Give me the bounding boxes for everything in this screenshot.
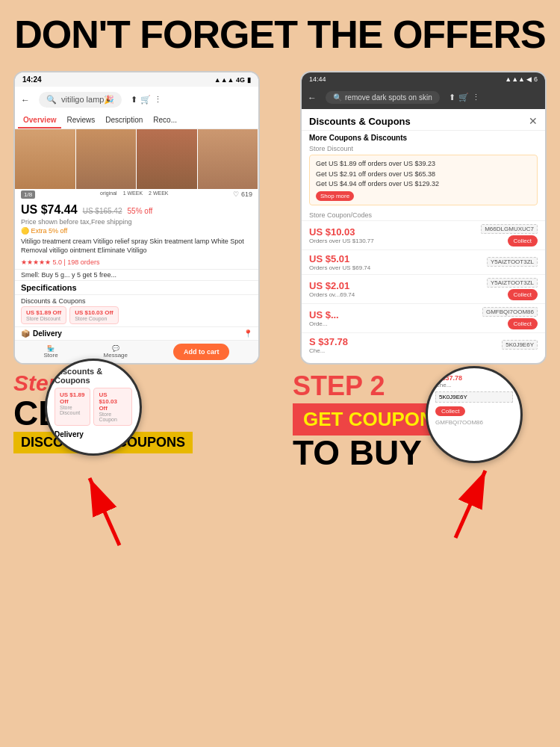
coupon-right-1: M66DLGMUXUC7 Collect bbox=[481, 224, 538, 247]
svg-line-3 bbox=[455, 471, 485, 538]
store-disc-label: Store Discount bbox=[309, 145, 538, 152]
bottom-bar: 🏪 Store 💬 Message Add to cart bbox=[15, 340, 258, 363]
coupon-left-2: US $5.01 Orders over US $69.74 bbox=[309, 253, 370, 271]
panel-header: Discounts & Coupons ✕ bbox=[302, 109, 545, 131]
discount-label: 55% off bbox=[128, 207, 153, 215]
coupon-code-2: Y5AIZTOOT3ZL bbox=[487, 257, 538, 267]
nav-bar: Overview Reviews Description Reco... bbox=[15, 113, 258, 129]
heart-count[interactable]: ♡ 619 bbox=[233, 190, 252, 199]
label-2week: 2 WEEK bbox=[149, 190, 168, 199]
back-icon-right[interactable]: ← bbox=[308, 93, 317, 103]
coupon-amount-1: US $10.03 bbox=[309, 226, 374, 238]
img-overlay: 1/8 original 1 WEEK 2 WEEK ♡ 619 bbox=[15, 189, 258, 200]
circle-collect[interactable]: Collect bbox=[435, 406, 465, 416]
coupon-item-3: US $2.01 Orders ov...69.74 Y5AIZTOOT3ZL … bbox=[302, 274, 545, 303]
phones-container: 14:24 ▲▲▲ 4G ▮ ← 🔍 vitiligo lamp🎉 ⬆ 🛒 ⋮ … bbox=[0, 63, 560, 364]
coupon-min-4: Orde... bbox=[309, 320, 339, 327]
nav-reco[interactable]: Reco... bbox=[148, 113, 182, 128]
coupon-min-2: Orders over US $69.74 bbox=[309, 264, 370, 271]
coupon-min-5: Che... bbox=[309, 347, 348, 354]
coupon-right-3: Y5AIZTOOT3ZL Collect bbox=[487, 278, 538, 300]
coupon-min-1: Orders over US $130.77 bbox=[309, 238, 374, 244]
cart-icon[interactable]: 🛒 bbox=[140, 95, 151, 105]
collect-btn-1[interactable]: Collect bbox=[508, 235, 538, 247]
search-row-right: ← 🔍 remove dark spots on skin ⬆ 🛒 ⋮ bbox=[302, 86, 545, 109]
search-bar-right[interactable]: 🔍 remove dark spots on skin bbox=[326, 91, 440, 104]
store-disc-box: Get US $1.89 off orders over US $39.23 G… bbox=[309, 155, 538, 205]
circle-badge2: US $10.03 Off Store Coupon bbox=[93, 388, 132, 426]
collect-btn-3[interactable]: Collect bbox=[508, 289, 538, 300]
product-img-1 bbox=[15, 129, 76, 189]
back-icon[interactable]: ← bbox=[21, 95, 30, 105]
magnify-circle-right: S $37.78 Che... 5K0J9E6Y Collect GMFBQI7… bbox=[426, 366, 523, 463]
status-bar-left: 14:24 ▲▲▲ 4G ▮ bbox=[15, 72, 258, 87]
coupon-left-5: S $37.78 Che... bbox=[309, 336, 348, 354]
delivery-section: 📦 Delivery 📍 bbox=[15, 326, 258, 340]
disc-section[interactable]: Discounts & Coupons US $1.89 Off Store D… bbox=[15, 294, 258, 326]
share-icon[interactable]: ⬆ bbox=[131, 95, 137, 105]
search-icon-right: 🔍 bbox=[333, 93, 342, 102]
product-images bbox=[15, 129, 258, 189]
badge-store-coupon: US $10.03 Off Store Coupon bbox=[69, 306, 119, 324]
badge2-type: Store Coupon bbox=[75, 316, 113, 321]
circle-min: Che... bbox=[435, 382, 513, 388]
shipping-label: Price shown before tax,Free shipping bbox=[15, 218, 258, 226]
search-bar-left[interactable]: 🔍 vitiligo lamp🎉 bbox=[39, 92, 122, 108]
arrow-right bbox=[441, 456, 500, 548]
battery-left: ▮ bbox=[247, 76, 251, 84]
store-btn[interactable]: 🏪 Store bbox=[43, 345, 57, 359]
coupon-amount-5: S $37.78 bbox=[309, 336, 348, 347]
coupon-right-5: 5K0J9E6Y bbox=[502, 340, 538, 350]
nav-reviews[interactable]: Reviews bbox=[61, 113, 100, 128]
more-icon[interactable]: ⋮ bbox=[154, 95, 162, 105]
search-text-left: vitiligo lamp🎉 bbox=[61, 95, 114, 105]
disc-line-1: Get US $1.89 off orders over US $39.23 bbox=[316, 159, 531, 170]
search-row: ← 🔍 vitiligo lamp🎉 ⬆ 🛒 ⋮ bbox=[15, 87, 258, 113]
panel-subtitle: More Coupons & Discounts bbox=[302, 131, 545, 145]
time-left: 14:24 bbox=[22, 75, 42, 84]
location-icon: 📍 bbox=[243, 329, 252, 338]
cart-icon-right[interactable]: 🛒 bbox=[458, 93, 469, 102]
phone-right: 14:44 ▲▲▲ ◀ 6 ← 🔍 remove dark spots on s… bbox=[300, 71, 547, 364]
circle-title-left: Discounts & Coupons bbox=[55, 367, 132, 385]
share-icon-right[interactable]: ⬆ bbox=[449, 93, 455, 102]
shop-more-btn[interactable]: Shop more bbox=[316, 191, 354, 201]
search-text-right: remove dark spots on skin bbox=[345, 93, 432, 102]
coupon-item-1: US $10.03 Orders over US $130.77 M66DLGM… bbox=[302, 220, 545, 249]
orig-price: US $165.42 bbox=[83, 207, 122, 215]
badge1-type: Store Discount bbox=[26, 316, 61, 321]
product-desc: Vitiligo treatment cream Vitiligo relief… bbox=[15, 236, 258, 256]
badge-store-discount: US $1.89 Off Store Discount bbox=[21, 306, 66, 324]
label-1week: 1 WEEK bbox=[123, 190, 143, 199]
disc-title: Discounts & Coupons bbox=[21, 297, 252, 305]
extra-off: 🟡 Extra 5% off bbox=[15, 226, 258, 236]
more-icon-right[interactable]: ⋮ bbox=[472, 93, 480, 102]
circle-amount: S $37.78 bbox=[435, 374, 513, 382]
signal-icons-left: ▲▲▲ 4G ▮ bbox=[214, 76, 251, 84]
circle-code2: GMFBQI7OOM86 bbox=[435, 419, 513, 426]
coupon-item-5: S $37.78 Che... 5K0J9E6Y bbox=[302, 332, 545, 357]
coupon-code-3: Y5AIZTOOT3ZL bbox=[487, 278, 538, 288]
collect-btn-4[interactable]: Collect bbox=[508, 318, 538, 329]
coupon-right-4: GMFBQI7OOM86 Collect bbox=[482, 307, 538, 329]
img-meta: 1/8 original 1 WEEK 2 WEEK ♡ 619 bbox=[15, 189, 258, 200]
message-btn[interactable]: 💬 Message bbox=[104, 345, 128, 359]
coupon-item-2: US $5.01 Orders over US $69.74 Y5AIZTOOT… bbox=[302, 249, 545, 274]
main-price: US $74.44 bbox=[21, 203, 78, 216]
signal-right: ▲▲▲ ◀ 6 bbox=[505, 75, 538, 83]
coupon-left-3: US $2.01 Orders ov...69.74 bbox=[309, 280, 355, 298]
disc-badges: US $1.89 Off Store Discount US $10.03 Of… bbox=[21, 306, 252, 324]
nav-description[interactable]: Description bbox=[100, 113, 148, 128]
coupon-left-4: US $... Orde... bbox=[309, 309, 339, 327]
magnify-circle-left: Discounts & Coupons US $1.89 Off Store D… bbox=[45, 359, 142, 456]
circle-content-right: S $37.78 Che... 5K0J9E6Y Collect GMFBQI7… bbox=[428, 368, 520, 432]
product-img-2 bbox=[76, 129, 137, 189]
nav-overview[interactable]: Overview bbox=[18, 113, 61, 128]
product-img-4 bbox=[198, 129, 259, 189]
svg-line-1 bbox=[90, 478, 119, 545]
close-icon[interactable]: ✕ bbox=[529, 115, 538, 127]
page-header: DON'T FORGET THE OFFERS bbox=[0, 0, 560, 63]
circle-code: 5K0J9E6Y bbox=[435, 391, 513, 403]
coupon-min-3: Orders ov...69.74 bbox=[309, 291, 355, 298]
add-to-cart-btn[interactable]: Add to cart bbox=[173, 344, 230, 360]
